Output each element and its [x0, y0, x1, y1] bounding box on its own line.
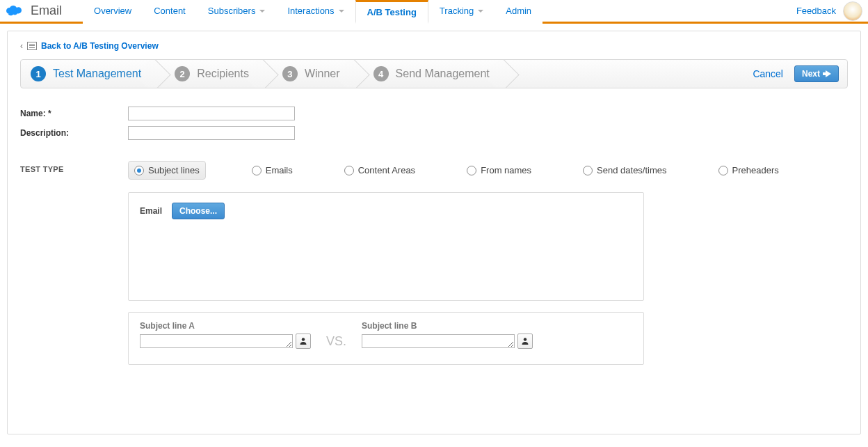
nav-overview[interactable]: Overview [83, 0, 143, 24]
person-icon [521, 337, 529, 345]
email-label: Email [140, 206, 162, 216]
radio-from-names[interactable]: From names [461, 162, 537, 179]
radio-icon [467, 166, 476, 175]
radio-label: Preheaders [732, 165, 779, 175]
nav-label: Interactions [287, 6, 334, 16]
step-number: 3 [282, 66, 298, 81]
radio-send-dates[interactable]: Send dates/times [577, 162, 672, 179]
feedback-link[interactable]: Feedback [796, 6, 836, 16]
next-button-label: Next [802, 69, 820, 79]
step-label: Test Management [53, 68, 141, 80]
main-nav: Overview Content Subscribers Interaction… [83, 0, 542, 22]
avatar[interactable] [843, 1, 862, 21]
nav-label: Tracking [440, 6, 474, 16]
personalize-b-button[interactable] [517, 334, 533, 349]
app-title: Email [31, 3, 62, 18]
nav-interactions[interactable]: Interactions [276, 0, 355, 24]
nav-label: A/B Testing [367, 7, 417, 17]
chevron-down-icon [259, 10, 265, 13]
cancel-link[interactable]: Cancel [753, 68, 783, 79]
chevron-left-icon: ‹ [20, 41, 23, 51]
name-label: Name: * [20, 109, 128, 118]
step-label: Winner [305, 68, 340, 80]
name-row: Name: * [20, 107, 848, 120]
chevron-down-icon [478, 10, 483, 13]
description-row: Description: [20, 126, 848, 140]
radio-label: Subject lines [148, 165, 200, 175]
step-label: Send Management [396, 68, 490, 80]
wizard-actions: Cancel Next [753, 65, 847, 82]
radio-emails[interactable]: Emails [246, 162, 298, 179]
step-winner[interactable]: 3 Winner [264, 60, 355, 88]
description-label: Description: [20, 128, 128, 138]
step-number: 4 [373, 66, 389, 81]
radio-icon [134, 166, 144, 175]
nav-admin[interactable]: Admin [495, 0, 542, 24]
subject-a-label: Subject line A [140, 321, 311, 331]
person-icon [299, 337, 307, 345]
backlink-label: Back to A/B Testing Overview [41, 41, 159, 51]
wizard-steps: 1 Test Management 2 Recipients 3 Winner … [20, 59, 848, 88]
radio-subject-lines[interactable]: Subject lines [128, 161, 206, 180]
radio-label: Emails [266, 165, 293, 175]
personalize-a-button[interactable] [296, 334, 311, 349]
step-number: 2 [175, 66, 190, 81]
radio-label: Content Areas [358, 165, 415, 175]
salesforce-cloud-icon [4, 4, 25, 18]
step-recipients[interactable]: 2 Recipients [156, 60, 264, 88]
step-number: 1 [31, 66, 46, 81]
subject-lines-box: Subject line A VS. Subject line B [128, 312, 644, 365]
radio-icon [718, 166, 728, 175]
nav-label: Admin [506, 6, 531, 16]
subject-b-group: Subject line B [362, 321, 533, 349]
subject-b-label: Subject line B [362, 321, 533, 331]
chevron-down-icon [339, 10, 344, 13]
subject-a-input[interactable] [140, 334, 293, 348]
top-nav: Email Overview Content Subscribers Inter… [0, 0, 868, 24]
step-label: Recipients [197, 68, 249, 80]
radio-preheaders[interactable]: Preheaders [713, 162, 785, 179]
radio-icon [583, 166, 593, 175]
nav-label: Overview [94, 6, 131, 16]
test-type-radios: Subject lines Emails Content Areas From … [128, 161, 785, 180]
nav-tracking[interactable]: Tracking [428, 0, 495, 24]
description-input[interactable] [128, 126, 295, 140]
choose-email-button[interactable]: Choose... [172, 203, 225, 219]
svg-point-0 [302, 338, 305, 340]
radio-label: Send dates/times [597, 165, 666, 175]
radio-icon [252, 166, 262, 175]
radio-label: From names [481, 165, 531, 175]
svg-point-1 [524, 338, 527, 340]
nav-label: Content [154, 6, 186, 16]
radio-content-areas[interactable]: Content Areas [339, 162, 421, 179]
name-input[interactable] [128, 107, 295, 120]
config-column: Email Choose... Subject line A VS. Subje… [128, 192, 644, 365]
test-type-label: TEST TYPE [20, 161, 128, 173]
nav-content[interactable]: Content [143, 0, 197, 24]
email-select-box: Email Choose... [128, 192, 644, 301]
step-test-management[interactable]: 1 Test Management [21, 60, 156, 88]
back-to-overview-link[interactable]: ‹ Back to A/B Testing Overview [20, 41, 848, 51]
radio-icon [344, 166, 354, 175]
vs-label: VS. [326, 334, 346, 349]
step-send-management[interactable]: 4 Send Management [355, 60, 505, 88]
nav-subscribers[interactable]: Subscribers [197, 0, 277, 24]
list-icon [27, 42, 37, 50]
next-button[interactable]: Next [794, 65, 839, 82]
nav-label: Subscribers [208, 6, 256, 16]
test-type-section: TEST TYPE Subject lines Emails Content A… [20, 161, 848, 180]
arrow-right-icon [826, 70, 831, 77]
main-panel: ‹ Back to A/B Testing Overview 1 Test Ma… [7, 31, 861, 434]
subject-b-input[interactable] [362, 334, 515, 348]
nav-ab-testing[interactable]: A/B Testing [355, 0, 428, 24]
subject-a-group: Subject line A [140, 321, 311, 349]
topbar-right: Feedback [796, 1, 862, 21]
